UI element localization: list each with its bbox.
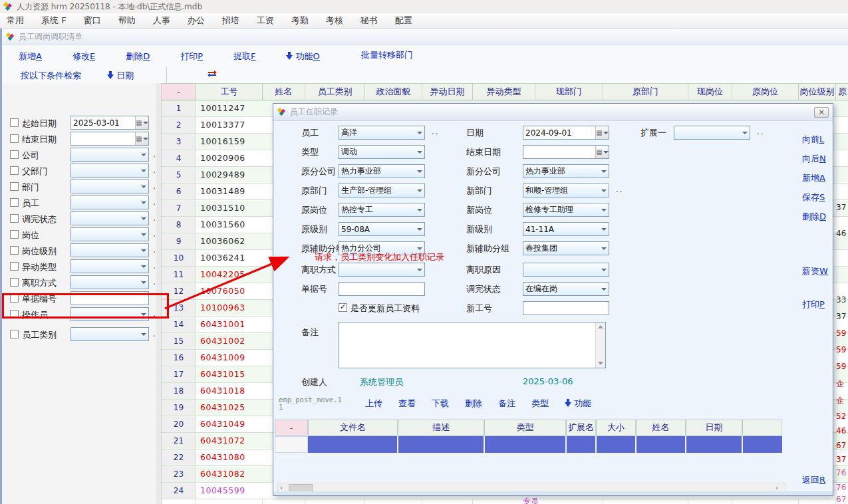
menu-item[interactable]: 配置 (395, 15, 412, 27)
chevron-down-icon[interactable] (414, 126, 424, 139)
checkbox[interactable] (10, 118, 19, 127)
filter-combo[interactable] (71, 327, 149, 341)
chevron-down-icon[interactable] (414, 146, 424, 158)
attachment-button[interactable]: 下载 (432, 398, 449, 410)
new-empno-field[interactable] (523, 301, 609, 315)
dialog-side-button[interactable]: 新增A (802, 172, 825, 184)
toolbar-button[interactable]: 提取F (233, 51, 255, 63)
column-header[interactable]: 异动类型 (473, 83, 535, 100)
column-header[interactable]: 原 (836, 83, 848, 100)
chevron-down-icon[interactable] (599, 184, 609, 197)
menu-item[interactable]: 办公 (188, 15, 205, 27)
checkbox[interactable] (10, 330, 19, 338)
batch-transfer-button[interactable]: 批量转移部门 (361, 49, 413, 61)
menu-item[interactable]: 常用 (7, 15, 24, 27)
dialog-side-button[interactable]: 保存S (802, 191, 825, 203)
toolbar-button[interactable]: 修改E (72, 51, 95, 63)
filter-combo[interactable] (71, 148, 149, 162)
dialog-right-field[interactable]: 41-11A (523, 222, 609, 236)
toolbar-button[interactable]: 新增A (19, 51, 42, 63)
attachment-button[interactable]: 查看 (398, 398, 416, 410)
chevron-down-icon[interactable] (138, 164, 148, 177)
calendar-icon[interactable]: ▦ (135, 132, 148, 145)
dialog-extra-more-button[interactable]: .. (757, 127, 765, 136)
file-column-header[interactable]: 描述 (398, 420, 484, 436)
column-header[interactable]: 员工类别 (305, 83, 365, 100)
dialog-left-field[interactable] (339, 282, 425, 296)
column-header[interactable]: 现岗位 (688, 83, 732, 100)
chevron-down-icon[interactable] (599, 242, 609, 255)
filter-combo[interactable] (71, 195, 149, 209)
filter-combo[interactable] (71, 259, 149, 273)
close-icon[interactable]: × (814, 107, 829, 118)
checkbox[interactable] (10, 182, 19, 191)
menu-item[interactable]: 帮助 (118, 15, 136, 27)
dialog-right-field[interactable] (523, 263, 609, 277)
chevron-down-icon[interactable] (138, 244, 148, 257)
chevron-down-icon[interactable] (599, 223, 609, 235)
attachment-button[interactable]: 备注 (498, 398, 515, 410)
chevron-down-icon[interactable] (138, 328, 148, 340)
chevron-down-icon[interactable] (740, 126, 750, 139)
column-header[interactable]: 姓名 (263, 83, 305, 100)
chevron-down-icon[interactable] (414, 203, 424, 216)
dialog-right-more-button[interactable]: .. (616, 185, 624, 194)
file-selected-row[interactable] (308, 436, 782, 453)
calendar-icon[interactable]: ▦ (135, 116, 148, 129)
dialog-side-button[interactable]: 向前L (802, 134, 824, 146)
checkbox[interactable] (10, 278, 19, 287)
calendar-icon[interactable]: ▦ (595, 146, 609, 158)
toolbar-button[interactable]: 功能O (286, 51, 319, 63)
file-column-header[interactable]: - (275, 420, 308, 436)
column-header[interactable]: 岗位级别 (799, 83, 836, 100)
column-header[interactable]: 原岗位 (732, 83, 799, 100)
chevron-down-icon[interactable] (599, 203, 609, 216)
filter-date[interactable]: ▦ (71, 132, 149, 146)
menu-item[interactable]: 工资 (257, 15, 274, 27)
dialog-left-field[interactable]: 热控专工 (339, 203, 425, 217)
dialog-right-field[interactable]: 在编在岗 (523, 282, 609, 296)
dialog-left-more-button[interactable]: .. (432, 127, 440, 136)
menu-item[interactable]: 秘书 (360, 15, 378, 27)
checkbox[interactable] (10, 198, 19, 207)
attachment-func-button[interactable]: 功能 (565, 398, 591, 410)
checkbox[interactable] (10, 150, 19, 159)
dialog-right-field[interactable]: 2024-09-01▦ (523, 126, 609, 140)
chevron-down-icon[interactable] (138, 196, 148, 209)
memo-scrollbar[interactable] (595, 322, 605, 368)
chevron-down-icon[interactable] (138, 180, 148, 193)
filter-date[interactable]: 2025-03-01▦ (71, 116, 149, 130)
scroll-up-icon[interactable] (598, 325, 603, 328)
file-column-header[interactable]: 姓名 (636, 420, 686, 436)
chevron-down-icon[interactable] (138, 276, 148, 289)
dialog-left-field[interactable]: 生产部-管理组 (339, 184, 425, 197)
chevron-down-icon[interactable] (138, 260, 148, 273)
update-employee-checkbox[interactable] (339, 303, 347, 312)
file-column-header[interactable]: 大小 (596, 420, 636, 436)
checkbox[interactable] (10, 134, 19, 143)
filter-combo[interactable] (71, 180, 149, 193)
attachment-button[interactable]: 上传 (365, 398, 382, 410)
menu-item[interactable]: 考勤 (291, 15, 309, 27)
chevron-down-icon[interactable] (599, 263, 609, 276)
calendar-icon[interactable]: ▦ (595, 126, 609, 139)
dialog-side-button[interactable]: 删除D (802, 211, 826, 223)
return-button[interactable]: 返回R (802, 474, 825, 486)
dialog-extra-field[interactable] (674, 126, 750, 140)
menu-item[interactable]: 招培 (222, 15, 239, 27)
file-column-header[interactable]: 日期 (686, 420, 742, 436)
toolbar-button[interactable]: 删除D (126, 51, 150, 63)
dialog-left-field[interactable] (339, 263, 425, 277)
file-column-header[interactable]: 文件名 (308, 420, 398, 436)
checkbox[interactable] (10, 214, 19, 223)
chevron-down-icon[interactable] (599, 165, 609, 178)
chevron-down-icon[interactable] (138, 148, 148, 161)
file-column-header[interactable]: 类型 (484, 420, 566, 436)
column-header[interactable]: 异动日期 (422, 83, 473, 100)
column-header[interactable]: 工号 (196, 83, 263, 100)
search-conditions-label[interactable]: 按以下条件检索 (21, 70, 81, 82)
filter-combo[interactable] (71, 164, 149, 178)
checkbox[interactable] (10, 262, 19, 271)
menu-item[interactable]: 考核 (326, 15, 343, 27)
menu-item[interactable]: 人事 (153, 15, 170, 27)
